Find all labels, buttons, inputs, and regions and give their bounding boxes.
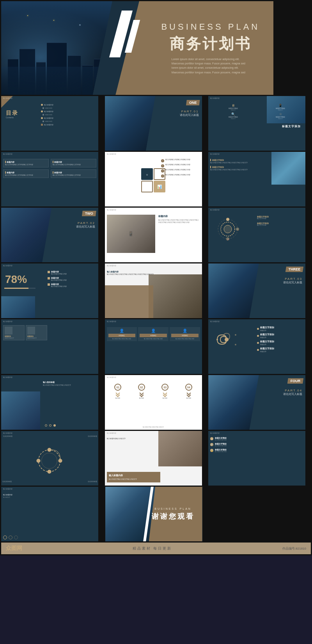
part01-title: 请在此写入标题 bbox=[180, 113, 199, 117]
hero-text-block: BUSINESS PLAN 商务计划书 Lorem ipsum dolor si… bbox=[161, 22, 260, 75]
thankyou-zh: 谢谢您观看 bbox=[152, 512, 195, 521]
calc-text: 标题内容 输入内容文字输入内容文字输入内容文字输入内容文字输入内容文字输入内容文… bbox=[158, 215, 200, 224]
header-cards: 输入标题内容 bbox=[3, 320, 12, 322]
svg-point-16 bbox=[58, 459, 62, 463]
part02-label: TWO bbox=[82, 211, 96, 216]
header-textlist: 输入标题内容 bbox=[210, 432, 220, 434]
part03-text: PART.03 请在此写入标题 bbox=[283, 277, 302, 285]
puzzle-list: 1输入内容输入内容输入内容输入内容 2输入内容输入内容输入内容输入内容 3输入内… bbox=[161, 159, 200, 179]
header-cycle: 输入标题内容 bbox=[3, 432, 12, 434]
slide-image bbox=[271, 152, 305, 185]
cycle-labels-br: 在此添加标题 bbox=[88, 481, 97, 482]
slide-cards-small: 输入标题内容 标题添加 内容文字内容文字 标题添加 内容文字内容文字 bbox=[1, 319, 98, 374]
slide-part02: TWO PART.02 请在此写入标题 bbox=[1, 208, 98, 262]
watermark-logo: 众图网 bbox=[6, 545, 22, 552]
svg-point-12 bbox=[235, 344, 236, 345]
slide-calc: 输入标题内容 📱 标题内容 输入内容文字输入内容文字输入内容文字输入内容文字输入… bbox=[105, 208, 202, 262]
part01-one-label: ONE bbox=[186, 100, 200, 105]
watermark-product-id: 作品编号:821810 bbox=[282, 546, 306, 551]
slide-image-78 bbox=[1, 296, 35, 318]
slide-writing: 输入标题内容 输入标题内容 输入内容文字输入内容文字输入内容文字输入内容文字输入… bbox=[105, 263, 202, 318]
spiral-labels: 标题文字添加内容文字 标题文字添加内容文字 标题文字添加内容文字 标题文字添加内… bbox=[257, 326, 303, 354]
calc-photo: 📱 bbox=[107, 215, 155, 253]
part03-label: THREE bbox=[285, 267, 304, 272]
slide-textlist: 输入标题内容 3 标题文本预设 输入内容文字输入内容 🔍 标题文字预设 输入内容… bbox=[208, 431, 305, 486]
slide-bottom-small: 输入标题内容 输入标题内容 输入内容文字 bbox=[1, 487, 98, 541]
part04-text: PART.04 请在此写入标题 bbox=[283, 389, 302, 396]
svg-point-15 bbox=[48, 448, 51, 452]
part04-city-bg bbox=[208, 375, 271, 430]
slide-thankyou: BUSINESS PLAN 谢谢您观看 bbox=[105, 487, 202, 541]
notes-photo bbox=[158, 431, 202, 466]
progress-bar-outer bbox=[4, 288, 35, 289]
small-cards: 标题添加 内容文字内容文字 标题添加 内容文字内容文字 bbox=[3, 325, 47, 340]
header-building: 输入标题内容 bbox=[3, 376, 12, 378]
slide-circular: 输入标题内容 ✏ 🔨 🚀 标题文字添加 输入文字内容 标题文字添加 bbox=[208, 208, 305, 262]
svg-point-10 bbox=[216, 339, 218, 340]
text-list-items: 3 标题文本预设 输入内容文字输入内容 🔍 标题文字预设 输入内容文字输入内容 … bbox=[210, 437, 303, 454]
header-writing: 输入标题内容 bbox=[107, 265, 116, 267]
slide-contents: 输入标题内容 目录 Contents 输入标题内容 标题栏目内容 输入标题内容 … bbox=[1, 96, 98, 151]
header-features: 输入标题内容 bbox=[3, 153, 12, 155]
hero-en-title: BUSINESS PLAN bbox=[161, 22, 260, 32]
contents-title: 目录 bbox=[6, 110, 18, 117]
svg-text:🚀: 🚀 bbox=[227, 238, 229, 240]
side-labels: 标题内容输入内容文字输入内容 标题内容输入内容文字输入内容 标题内容输入内容文字… bbox=[48, 270, 96, 289]
svg-text:🔨: 🔨 bbox=[237, 229, 239, 231]
spiral-svg bbox=[214, 327, 239, 352]
dot-indicators bbox=[45, 424, 56, 427]
svg-point-14 bbox=[42, 453, 57, 469]
cycle-labels-bl: 在此添加标题 bbox=[2, 481, 12, 482]
thankyou-text: BUSINESS PLAN 谢谢您观看 bbox=[152, 507, 195, 521]
process-steps: 01 输入内容 02 输入内容 03 输入内容 bbox=[107, 384, 200, 399]
writing-tan-overlay bbox=[105, 285, 153, 318]
watermark-bar: 众图网 精品素材 每日更新 作品编号:821810 bbox=[1, 543, 311, 554]
notes-inner-title: 输入标题内容 bbox=[109, 474, 158, 477]
slide-part03: THREE PART.03 请在此写入标题 bbox=[208, 263, 305, 318]
hero-zh-title: 商务计划书 bbox=[161, 34, 260, 54]
header-78: 输入标题内容 bbox=[3, 265, 12, 267]
hero-slide: BUSINESS PLAN 商务计划书 Lorem ipsum dolor si… bbox=[1, 1, 273, 95]
team-cards: 👤 示范职位 输入内容文字输入内容文字输入内容 👤 示范职位 输入内容文字输入内… bbox=[107, 327, 200, 341]
slide-spiral: 输入标题内容 标题文字添加内容文字 标题文字添加内容文字 bbox=[208, 319, 305, 374]
header-team: 输入标题内容 bbox=[107, 320, 116, 322]
process-footer-text: 输入内容文字输入内容文字输入内容文字 bbox=[107, 426, 200, 428]
svg-point-18 bbox=[37, 459, 41, 463]
contents-menu: 输入标题内容 标题栏目内容 输入标题内容 标题栏目内容 输入标题内容 标题栏目内… bbox=[41, 104, 94, 127]
text-blocks: 标题文字添加 输入内容文字输入内容文字输入内容文字输入内容文字 标题文字添加 输… bbox=[210, 159, 268, 173]
part02-city-bg bbox=[1, 208, 64, 262]
part01-num: PART.01 bbox=[180, 110, 199, 113]
slide-notes: 输入标题内容 输入标题内容 输入内容文字输入内容文字输入内容文字 输入标题内容输… bbox=[105, 431, 202, 486]
watermark-slogan: 精品素材 每日更新 bbox=[133, 546, 172, 551]
slide-team: 输入标题内容 👤 示范职位 输入内容文字输入内容文字输入内容 👤 示范职位 输入… bbox=[105, 319, 202, 374]
header-imgright: 输入标题内容 bbox=[210, 153, 220, 155]
header-label-3: 输入标题内容 bbox=[210, 97, 220, 99]
bottom-text: 输入标题内容 输入内容文字 bbox=[3, 494, 96, 498]
hero-subtitle: Lorem ipsum dolor sit amet, consectetuar… bbox=[172, 57, 250, 75]
header-bottom: 输入标题内容 bbox=[3, 488, 12, 490]
icons-grid: 🖥标题文字预设内容文字 📱标题文字预设内容文字 🔍标题文字预设内容文字 ☆标题文… bbox=[210, 104, 303, 119]
header-label-1: 输入标题内容 bbox=[3, 97, 12, 99]
contents-subtitle: Contents bbox=[6, 116, 14, 119]
circular-diagram: ✏ 🔨 🚀 bbox=[214, 215, 241, 243]
part04-label: FOUR bbox=[287, 378, 304, 384]
slide-puzzle: 输入标题内容 ⬦ ⬦ ⬦ 📊 1输入内容输入内容输入内容输入内容 2输入内容输入… bbox=[105, 152, 202, 206]
svg-point-11 bbox=[235, 334, 236, 336]
part01-city-bg bbox=[105, 96, 168, 151]
slide-imgright: 输入标题内容 标题文字添加 输入内容文字输入内容文字输入内容文字输入内容文字 标… bbox=[208, 152, 305, 206]
slide-features: 输入标题内容 标题内容 输入文字内容输入文字内容输入文字内容 标题内容 输入文字… bbox=[1, 152, 98, 206]
cycle-labels-tl: 在此添加标题 bbox=[3, 436, 12, 437]
percent-display: 78% bbox=[5, 273, 27, 286]
header-process: 输入标题内容 bbox=[107, 376, 116, 378]
feature-boxes: 标题内容 输入文字内容输入文字内容输入文字内容 标题内容 输入文字内容输入文字内… bbox=[3, 159, 96, 178]
header-calc: 输入标题内容 bbox=[107, 209, 116, 211]
slide-cycle: 输入标题内容 在此添加标题 在此添加标题 在此添加标题 在此添加标题 bbox=[1, 431, 98, 486]
header-notes: 输入标题内容 bbox=[107, 432, 116, 434]
svg-point-9 bbox=[225, 338, 229, 342]
part01-label: PART.01 请在此写入标题 bbox=[180, 110, 199, 117]
writing-photo bbox=[149, 274, 202, 318]
slide-icons: 输入标题内容 标题文字添加 🖥标题文字预设内容文字 📱标题文字预设内容文字 🔍标… bbox=[208, 96, 305, 151]
icons-title: 标题文字添加 bbox=[282, 125, 301, 128]
header-puzzle: 输入标题内容 bbox=[107, 153, 116, 155]
part03-city-bg bbox=[208, 263, 271, 318]
